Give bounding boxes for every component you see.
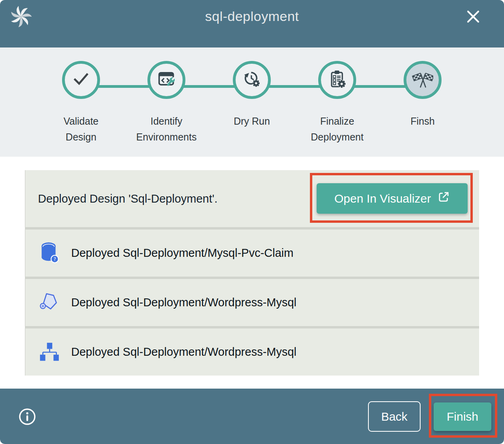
finish-button[interactable]: Finish bbox=[434, 402, 491, 431]
finish-flags-icon bbox=[412, 68, 433, 91]
step-finish bbox=[404, 61, 442, 99]
step-label-dry-run: Dry Run bbox=[218, 113, 285, 129]
open-in-visualizer-label: Open In Visualizer bbox=[334, 192, 431, 205]
result-text: Deployed Sql-Deployment/Wordpress-Mysql bbox=[71, 296, 296, 309]
result-row-mysql-pvc-claim: ? Deployed Sql-Deployment/Mysql-Pvc-Clai… bbox=[25, 230, 479, 277]
step-dry-run bbox=[233, 61, 271, 99]
external-link-icon bbox=[437, 191, 450, 206]
info-button[interactable] bbox=[18, 408, 37, 427]
open-in-visualizer-button[interactable]: Open In Visualizer bbox=[317, 183, 468, 214]
pentagon-icon bbox=[39, 291, 61, 315]
deployment-results: Deployed Design 'Sql-Deployment'. Open I… bbox=[25, 170, 479, 376]
modal-footer bbox=[0, 389, 504, 444]
check-icon bbox=[71, 69, 91, 91]
summary-text: Deployed Design 'Sql-Deployment'. bbox=[38, 192, 217, 205]
step-finalize-deployment bbox=[318, 61, 356, 99]
step-validate-design bbox=[62, 61, 100, 99]
history-gear-icon bbox=[242, 69, 262, 91]
deployment-modal: sql-deployment Validate Design bbox=[0, 0, 504, 444]
modal-title: sql-deployment bbox=[0, 9, 504, 24]
deployment-stepper: Validate Design Identify Environments bbox=[0, 47, 504, 157]
step-identify-environments bbox=[147, 61, 185, 99]
back-button[interactable]: Back bbox=[368, 401, 421, 432]
close-icon bbox=[465, 20, 481, 26]
step-label-finish: Finsh bbox=[389, 113, 456, 129]
code-window-wrench-icon bbox=[156, 69, 177, 91]
result-text: Deployed Sql-Deployment/Mysql-Pvc-Claim bbox=[71, 247, 293, 260]
result-row-wordpress-mysql-deployment: Deployed Sql-Deployment/Wordpress-Mysql bbox=[25, 328, 479, 376]
step-label-identify-environments: Identify Environments bbox=[133, 113, 200, 145]
info-icon bbox=[18, 421, 36, 427]
svg-text:?: ? bbox=[53, 256, 56, 262]
summary-row: Deployed Design 'Sql-Deployment'. Open I… bbox=[25, 170, 479, 227]
step-label-finalize-deployment: Finalize Deployment bbox=[304, 113, 371, 145]
database-icon: ? bbox=[39, 241, 61, 265]
clipboard-gear-icon bbox=[327, 69, 347, 91]
close-button[interactable] bbox=[465, 9, 481, 25]
result-text: Deployed Sql-Deployment/Wordpress-Mysql bbox=[71, 345, 296, 359]
step-label-validate-design: Validate Design bbox=[47, 113, 115, 145]
modal-header: sql-deployment bbox=[0, 0, 504, 47]
topology-icon bbox=[39, 340, 61, 364]
result-row-wordpress-mysql-service: Deployed Sql-Deployment/Wordpress-Mysql bbox=[25, 279, 479, 326]
